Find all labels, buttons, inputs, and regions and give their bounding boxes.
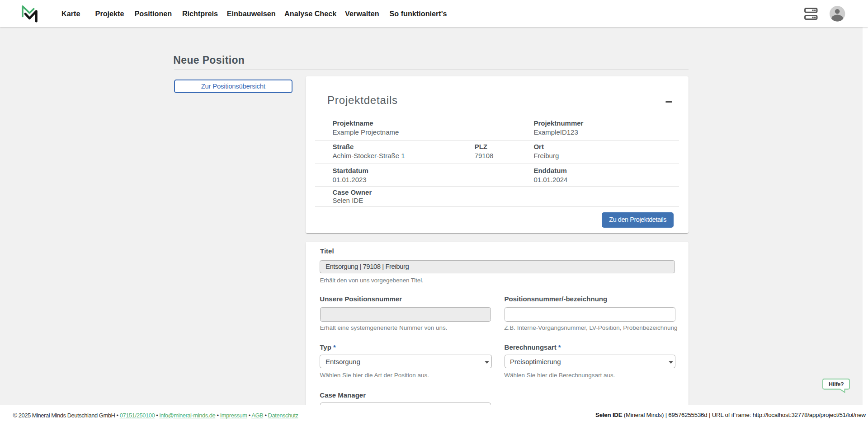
svg-text:Hilfe?: Hilfe? bbox=[829, 381, 844, 388]
